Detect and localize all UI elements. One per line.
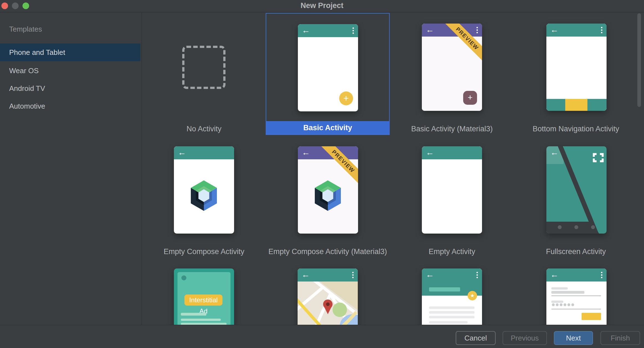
template-label: Basic Activity (Material3)	[390, 123, 514, 134]
back-arrow-icon: ←	[426, 148, 434, 157]
template-card-empty-compose-activity[interactable]: ← Empty Compose Activity	[142, 135, 266, 258]
template-card-bottom-navigation-activity[interactable]: ← Bottom Navigation Activity	[514, 12, 638, 135]
field-underline	[551, 309, 601, 309]
ads-thumbnail: Interstitial Ad	[174, 268, 234, 325]
bottom-navigation-thumbnail: ←	[546, 24, 607, 111]
scrolling-thumbnail: ← ★	[422, 268, 482, 325]
kebab-menu-icon	[601, 272, 602, 279]
template-label: Fullscreen Activity	[514, 246, 638, 257]
scrollbar-thumb[interactable]	[637, 13, 641, 107]
template-grid: No Activity ← + Basic Activity ← + PREVI	[142, 12, 644, 325]
sidebar-item-android-tv[interactable]: Android TV	[0, 80, 140, 97]
kebab-menu-icon	[476, 272, 478, 279]
template-label: No Activity	[142, 123, 266, 134]
next-button[interactable]: Next	[554, 331, 593, 345]
template-card-basic-activity[interactable]: ← + Basic Activity	[266, 13, 390, 135]
placeholder-line	[429, 316, 475, 318]
appbar: ←	[298, 268, 358, 282]
sidebar-heading: Templates	[9, 25, 42, 34]
field-underline	[551, 295, 601, 296]
back-arrow-icon: ←	[426, 25, 434, 34]
back-arrow-icon: ←	[550, 25, 559, 34]
placeholder-line	[181, 323, 227, 325]
fab-add-icon: +	[339, 91, 353, 105]
template-card-scrolling[interactable]: ← ★	[390, 257, 514, 325]
sidebar-item-label: Phone and Tablet	[9, 48, 65, 57]
new-project-dialog: New Project Templates Phone and Tablet W…	[0, 0, 644, 348]
template-card-maps[interactable]: ←	[266, 257, 390, 325]
back-arrow-icon: ←	[426, 270, 434, 279]
title-placeholder-line	[429, 287, 460, 291]
sidebar: Templates Phone and Tablet Wear OS Andro…	[0, 12, 141, 325]
dialog-footer: Cancel Previous Next Finish	[0, 325, 644, 348]
jetpack-compose-logo-icon	[314, 180, 342, 211]
screen-body: Interstitial Ad	[178, 272, 230, 325]
template-card-fullscreen-activity[interactable]: ← Fullscreen Activity	[514, 135, 638, 258]
fab-star-icon: ★	[468, 291, 477, 300]
back-arrow-icon: ←	[550, 148, 559, 157]
sidebar-item-label: Android TV	[9, 84, 45, 93]
appbar: ←	[422, 146, 482, 159]
basic-activity-thumbnail: ← +	[298, 24, 358, 111]
sidebar-item-phone-and-tablet[interactable]: Phone and Tablet	[0, 44, 140, 61]
placeholder-line	[429, 321, 468, 324]
template-card-no-activity[interactable]: No Activity	[142, 12, 266, 135]
maps-thumbnail: ←	[298, 268, 358, 325]
back-arrow-icon: ←	[550, 270, 559, 279]
sidebar-item-label: Wear OS	[9, 66, 39, 75]
fullscreen-thumbnail: ←	[546, 146, 607, 234]
cancel-button[interactable]: Cancel	[456, 331, 496, 345]
camera-dot	[181, 275, 186, 280]
sidebar-item-wear-os[interactable]: Wear OS	[0, 62, 140, 80]
sidebar-item-label: Automotive	[9, 102, 45, 110]
field-value-placeholder	[551, 291, 584, 294]
placeholder-line	[429, 306, 475, 309]
template-card-empty-activity[interactable]: ← Empty Activity	[390, 135, 514, 258]
field-label-placeholder	[551, 287, 568, 290]
appbar: ←	[546, 268, 607, 282]
field-label-placeholder	[551, 301, 563, 303]
password-dots	[552, 303, 574, 306]
no-activity-placeholder-icon	[182, 46, 225, 89]
back-arrow-icon: ←	[302, 148, 310, 157]
placeholder-line	[429, 311, 475, 314]
template-card-login[interactable]: ←	[514, 257, 638, 325]
appbar: ←	[422, 268, 482, 282]
back-arrow-icon: ←	[178, 148, 186, 157]
empty-activity-thumbnail: ←	[422, 146, 482, 234]
template-label: Bottom Navigation Activity	[514, 123, 638, 134]
placeholder-line	[181, 319, 221, 321]
login-thumbnail: ←	[546, 268, 607, 325]
template-label: Empty Activity	[390, 246, 514, 257]
appbar: ←	[174, 146, 234, 159]
map-graphic	[298, 282, 358, 325]
template-label: Empty Compose Activity	[142, 246, 266, 257]
kebab-menu-icon	[601, 27, 602, 34]
placeholder-line	[181, 313, 206, 316]
back-arrow-icon: ←	[302, 25, 310, 35]
kebab-menu-icon	[352, 272, 354, 279]
finish-button[interactable]: Finish	[600, 331, 640, 345]
template-label: Empty Compose Activity (Material3)	[266, 246, 390, 257]
interstitial-ad-button: Interstitial Ad	[184, 295, 222, 306]
fab-add-icon: +	[463, 91, 477, 105]
sidebar-item-automotive[interactable]: Automotive	[0, 97, 140, 115]
fullscreen-icon	[594, 154, 603, 161]
previous-button[interactable]: Previous	[503, 331, 547, 345]
basic-activity-material3-thumbnail: ← + PREVIEW	[422, 24, 482, 111]
appbar: ←	[298, 24, 358, 37]
empty-compose-material3-thumbnail: ← PREVIEW	[298, 146, 358, 234]
empty-compose-thumbnail: ←	[174, 146, 234, 234]
kebab-menu-icon	[353, 27, 354, 35]
appbar: ←	[546, 24, 607, 37]
bottom-nav-bar	[546, 99, 607, 111]
template-card-basic-activity-material3[interactable]: ← + PREVIEW Basic Activity (Material3)	[390, 12, 514, 135]
kebab-menu-icon	[476, 27, 478, 34]
back-arrow-icon: ←	[301, 270, 310, 279]
submit-button-placeholder	[582, 313, 601, 320]
template-card-empty-compose-activity-material3[interactable]: ← PREVIEW Empty Compose Activity (Materi…	[266, 135, 390, 258]
template-card-ads[interactable]: Interstitial Ad	[142, 257, 266, 325]
window-title: New Project	[0, 0, 644, 12]
titlebar: New Project	[0, 0, 644, 12]
selected-template-label: Basic Activity	[266, 121, 389, 134]
